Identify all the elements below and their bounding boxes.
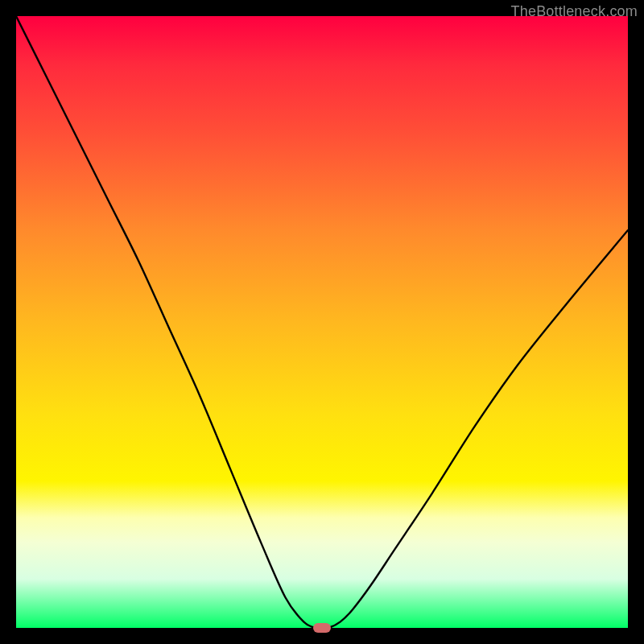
watermark-text: TheBottleneck.com (511, 3, 638, 20)
chart-frame: TheBottleneck.com (0, 0, 644, 644)
bottleneck-curve (16, 16, 628, 628)
optimal-point-marker (313, 623, 331, 633)
plot-area (16, 16, 628, 628)
